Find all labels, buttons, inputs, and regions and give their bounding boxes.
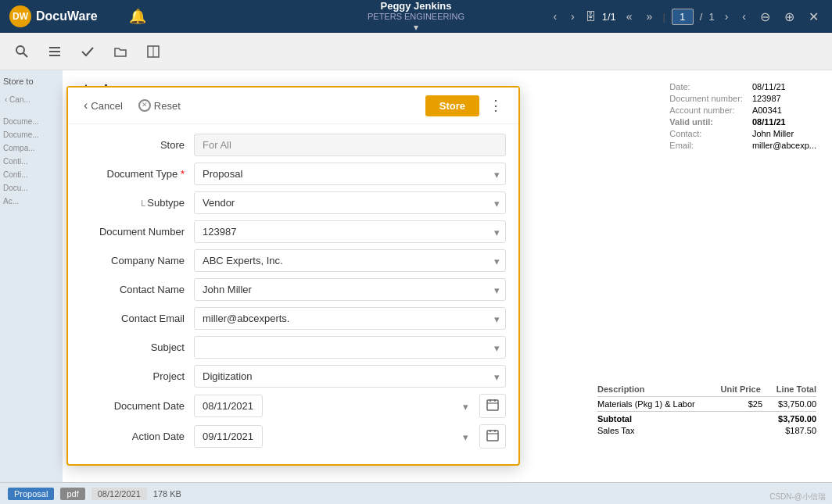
subject-field: [194, 336, 506, 359]
nav-prev-btn[interactable]: ‹: [549, 9, 561, 24]
subtype-select[interactable]: Vendor: [194, 191, 506, 214]
zoom-out-btn[interactable]: ⊖: [756, 8, 774, 26]
page-input[interactable]: [672, 9, 694, 25]
store-field: [194, 134, 506, 156]
col-desc: Description: [597, 384, 721, 394]
contact-value: John Miller: [752, 129, 816, 138]
contact-name-label: Contact Name: [81, 284, 194, 295]
subtype-indicator: L: [141, 198, 145, 208]
cancel-sidebar-label[interactable]: ‹ Can...: [3, 92, 59, 107]
company-name-select[interactable]: ABC Experts, Inc.: [194, 249, 506, 272]
sidebar-document2[interactable]: Docume...: [3, 128, 59, 141]
sidebar-items-list: Docume... Docume... Compa... Conti... Co…: [3, 115, 59, 208]
contact-label: Contact:: [669, 129, 743, 138]
nav-back-btn[interactable]: ‹: [738, 9, 750, 24]
company-name-field: ABC Experts, Inc.: [194, 249, 506, 272]
valid-value: 08/11/21: [752, 117, 816, 127]
form-row-document-date: Document Date 08/11/2021: [81, 394, 506, 418]
document-type-field: Proposal: [194, 163, 506, 185]
email-label: Email:: [669, 141, 743, 150]
total-pages: 1: [708, 11, 714, 23]
contact-email-field: miller@abcexperts.: [194, 307, 506, 330]
folder-icon: [113, 45, 127, 59]
modal-header: ‹ Cancel ✕ Reset Store ⋮: [68, 88, 518, 124]
row-total: $3,750.00: [778, 399, 816, 409]
subtotal-row: Subtotal $3,750.00: [597, 411, 816, 424]
contact-name-select[interactable]: John Miller: [194, 278, 506, 301]
close-btn[interactable]: ✕: [805, 8, 823, 26]
search-toolbar-btn[interactable]: [8, 38, 36, 66]
row-desc: Materials (Pkg 1) & Labor: [597, 399, 748, 409]
nav-first-btn[interactable]: «: [622, 9, 637, 24]
list-toolbar-btn[interactable]: [41, 38, 69, 66]
subtotal-label: Subtotal: [597, 414, 632, 424]
tax-value: $187.50: [785, 426, 816, 435]
nav-last-btn[interactable]: »: [643, 9, 657, 24]
form-row-contact-name: Contact Name John Miller: [81, 278, 506, 301]
tax-label: Sales Tax: [597, 426, 635, 435]
zoom-in-btn[interactable]: ⊕: [780, 8, 798, 26]
svg-rect-11: [487, 431, 498, 441]
email-value: miller@abcexp...: [752, 141, 816, 150]
subtotal-value: $3,750.00: [778, 414, 816, 424]
docnum-value: 123987: [752, 94, 816, 103]
document-number-field: 123987: [194, 220, 506, 243]
sidebar-docu[interactable]: Docu...: [3, 181, 59, 195]
top-bar-center: Peggy Jenkins PETERS ENGINEERING ▾: [368, 0, 464, 33]
subtype-field: Vendor: [194, 191, 506, 214]
doc-preview-table: Description Unit Price Line Total Materi…: [597, 384, 816, 435]
sidebar-document1[interactable]: Docume...: [3, 115, 59, 128]
check-toolbar-btn[interactable]: [74, 38, 102, 66]
subtype-label: LSubtype: [81, 197, 194, 209]
sidebar-company[interactable]: Compa...: [3, 141, 59, 155]
store-button[interactable]: Store: [425, 95, 479, 116]
action-date-label: Action Date: [81, 431, 194, 442]
subject-select[interactable]: [194, 336, 506, 359]
action-date-field: 09/11/2021: [194, 424, 506, 449]
form-row-action-date: Action Date 09/11/2021: [81, 424, 506, 449]
form-row-subtype: LSubtype Vendor: [81, 191, 506, 214]
document-date-calendar-button[interactable]: [479, 394, 506, 418]
subject-label: Subject: [81, 341, 194, 353]
dropdown-arrow-icon[interactable]: ▾: [414, 22, 418, 33]
contact-email-select[interactable]: miller@abcexperts.: [194, 307, 506, 330]
project-label: Project: [81, 370, 194, 382]
form-row-subject: Subject: [81, 336, 506, 359]
document-type-select[interactable]: Proposal: [194, 163, 506, 185]
document-date-select[interactable]: 08/11/2021: [194, 395, 263, 417]
project-select[interactable]: Digitization: [194, 365, 506, 388]
second-toolbar: [0, 33, 832, 70]
sidebar-contact1[interactable]: Conti...: [3, 155, 59, 168]
document-number-select[interactable]: 123987: [194, 220, 506, 243]
nav-next-btn[interactable]: ›: [567, 9, 579, 24]
dw-icon: DW: [9, 5, 31, 27]
status-tag-type: Proposal: [8, 488, 54, 500]
more-options-button[interactable]: ⋮: [482, 94, 509, 117]
action-date-dropdown-icon: [463, 431, 468, 442]
user-name: Peggy Jenkins: [368, 0, 464, 12]
action-date-select[interactable]: 09/11/2021: [194, 425, 263, 448]
col-total: Line Total: [776, 384, 816, 394]
separator: |: [662, 11, 665, 23]
top-bar: DW DocuWare 🔔 Peggy Jenkins PETERS ENGIN…: [0, 0, 832, 33]
window-toolbar-btn[interactable]: [139, 38, 167, 66]
document-date-field: 08/11/2021: [194, 394, 506, 418]
accnum-label: Account number:: [669, 105, 743, 115]
reset-button[interactable]: ✕ Reset: [132, 96, 187, 115]
bell-icon[interactable]: 🔔: [129, 8, 146, 25]
sidebar-ac[interactable]: Ac...: [3, 195, 59, 208]
status-size: 178 KB: [153, 489, 181, 499]
reset-icon: ✕: [138, 99, 151, 112]
sidebar-contact2[interactable]: Conti...: [3, 168, 59, 181]
date-label: Date:: [669, 82, 743, 91]
folder-toolbar-btn[interactable]: [106, 38, 134, 66]
nav-fwd-btn[interactable]: ›: [721, 9, 733, 24]
document-date-label: Document Date: [81, 400, 194, 412]
svg-rect-3: [49, 51, 60, 52]
list-icon: [48, 45, 62, 59]
search-icon: [15, 45, 29, 59]
action-date-calendar-button[interactable]: [479, 424, 506, 449]
cancel-button[interactable]: ‹ Cancel: [77, 95, 129, 116]
main-area: Store to ‹ Can... Docume... Docume... Co…: [0, 70, 832, 482]
svg-line-1: [23, 53, 27, 57]
